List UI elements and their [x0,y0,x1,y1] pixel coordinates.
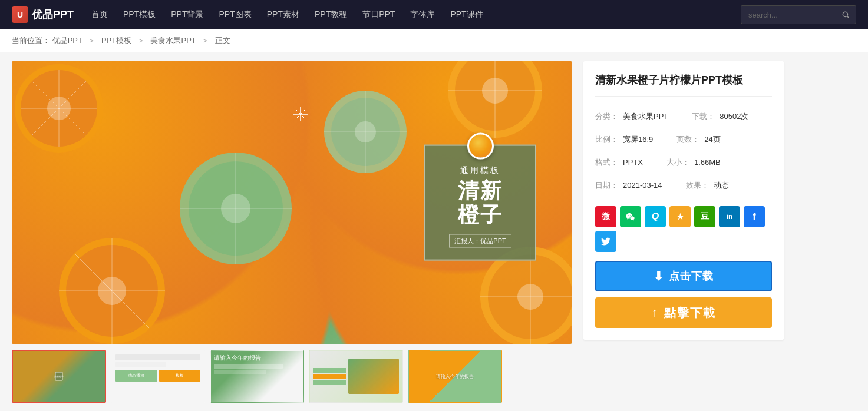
size-label: 大小： [666,157,689,168]
share-wechat-button[interactable] [620,206,641,227]
pages-label: 页数： [676,134,699,145]
wechat-icon [625,211,636,222]
share-facebook-button[interactable]: f [744,206,765,227]
category-value: 美食水果PPT [623,111,668,122]
pages-value: 24页 [704,134,720,145]
nav-home[interactable]: 首页 [90,7,109,22]
nav-background[interactable]: PPT背景 [170,7,204,22]
ratio-label: 比例： [595,134,618,145]
effect-value: 动态 [714,180,729,191]
thumb1-card-icon: 清新橙子 [50,371,68,382]
preview-image: 通用模板 清新橙子 汇报人：优品PPT [12,61,572,344]
download-icon: ⬇ [654,269,664,283]
meta-row-1: 分类： 美食水果PPT 下载： 80502次 [595,105,772,128]
ratio-value: 宽屏16:9 [623,134,653,145]
search-area [741,5,856,24]
thumbnail-4[interactable] [309,350,403,403]
vip-label: 點擊下載 [664,305,716,321]
meta-row-4: 日期： 2021-03-14 效果： 动态 [595,174,772,197]
meta-row-2: 比例： 宽屏16:9 页数： 24页 [595,128,772,151]
nav-material[interactable]: PPT素材 [266,7,301,22]
share-weibo-button[interactable]: 微 [595,206,616,227]
search-icon [841,11,850,19]
share-area: 微 Q ★ 豆 in f [595,206,772,252]
card-title-main: 清新橙子 [440,178,520,227]
right-panel: 清新水果橙子片柠檬片PPT模板 分类： 美食水果PPT 下载： 80502次 比… [583,61,784,411]
meta-format: 格式： PPTX [595,157,643,168]
header: U 优品PPT 首页 PPT模板 PPT背景 PPT图表 PPT素材 PPT教程… [0,0,868,29]
search-input[interactable] [741,5,835,24]
card-author: 汇报人：优品PPT [449,234,511,247]
format-value: PPTX [623,158,643,167]
date-label: 日期： [595,180,618,191]
meta-pages: 页数： 24页 [676,134,720,145]
logo-icon: U [12,6,28,23]
category-label: 分类： [595,111,618,122]
twitter-icon [601,237,610,246]
nav-courseware[interactable]: PPT课件 [449,7,484,22]
meta-category: 分类： 美食水果PPT [595,111,668,122]
share-qq-button[interactable]: Q [645,206,666,227]
share-fav-button[interactable]: ★ [669,206,691,227]
meta-size: 大小： 1.66MB [666,157,721,168]
main-content: 通用模板 清新橙子 汇报人：优品PPT 清新橙子 [0,52,868,411]
download-label: 点击下载 [669,269,714,283]
main-nav: 首页 PPT模板 PPT背景 PPT图表 PPT素材 PPT教程 节日PPT 字… [90,7,484,22]
thumbnails-row: 清新橙子 动态播放 模板 请输入今年的报告 [12,350,572,403]
download-label: 下载： [692,111,715,122]
breadcrumb-category[interactable]: 美食水果PPT [150,36,196,45]
vip-icon: ↑ [652,305,659,320]
nav-font[interactable]: 字体库 [409,7,436,22]
nav-template[interactable]: PPT模板 [122,7,157,22]
nav-holiday[interactable]: 节日PPT [361,7,396,22]
effect-label: 效果： [686,180,709,191]
meta-download: 下载： 80502次 [692,111,748,122]
nav-chart[interactable]: PPT图表 [217,7,252,22]
svg-point-0 [843,12,847,16]
left-panel: 通用模板 清新橙子 汇报人：优品PPT 清新橙子 [12,61,572,411]
breadcrumb-sep-3: ＞ [202,36,209,45]
product-info-card: 清新水果橙子片柠檬片PPT模板 分类： 美食水果PPT 下载： 80502次 比… [583,61,784,340]
breadcrumb: 当前位置： 优品PPT ＞ PPT模板 ＞ 美食水果PPT ＞ 正文 [0,29,868,52]
card-orange-small [467,133,494,160]
meta-row-3: 格式： PPTX 大小： 1.66MB [595,151,772,174]
search-button[interactable] [835,5,856,24]
meta-effect: 效果： 动态 [686,180,729,191]
logo-text: 优品PPT [32,8,74,22]
download-value: 80502次 [720,111,748,122]
center-card: 通用模板 清新橙子 汇报人：优品PPT [424,145,536,261]
download-button[interactable]: ⬇ 点击下载 [595,261,772,291]
size-value: 1.66MB [694,158,721,167]
thumbnail-1[interactable]: 清新橙子 [12,350,106,403]
meta-date: 日期： 2021-03-14 [595,180,662,191]
breadcrumb-prefix: 当前位置： [12,36,50,45]
logo[interactable]: U 优品PPT [12,6,74,23]
vip-download-button[interactable]: ↑ 點擊下載 [595,297,772,328]
thumbnail-3[interactable]: 请输入今年的报告 [210,350,304,403]
nav-tutorial[interactable]: PPT教程 [313,7,348,22]
card-subtitle: 通用模板 [440,165,520,176]
breadcrumb-home[interactable]: 优品PPT [52,36,82,45]
svg-text:清新橙子: 清新橙子 [54,375,64,378]
date-value: 2021-03-14 [623,181,662,190]
share-douban-button[interactable]: 豆 [694,206,715,227]
breadcrumb-sep-1: ＞ [88,36,95,45]
thumbnail-2[interactable]: 动态播放 模板 [111,350,205,403]
format-label: 格式： [595,157,618,168]
share-linkedin-button[interactable]: in [719,206,740,227]
product-title: 清新水果橙子片柠檬片PPT模板 [595,73,772,97]
breadcrumb-sep-2: ＞ [137,36,145,45]
svg-line-1 [847,16,849,18]
thumbnail-5[interactable]: 请输入今年的报告 [408,350,502,403]
share-twitter-button[interactable] [595,231,616,252]
breadcrumb-current[interactable]: 正文 [215,36,230,45]
meta-ratio: 比例： 宽屏16:9 [595,134,653,145]
breadcrumb-template[interactable]: PPT模板 [101,36,131,45]
